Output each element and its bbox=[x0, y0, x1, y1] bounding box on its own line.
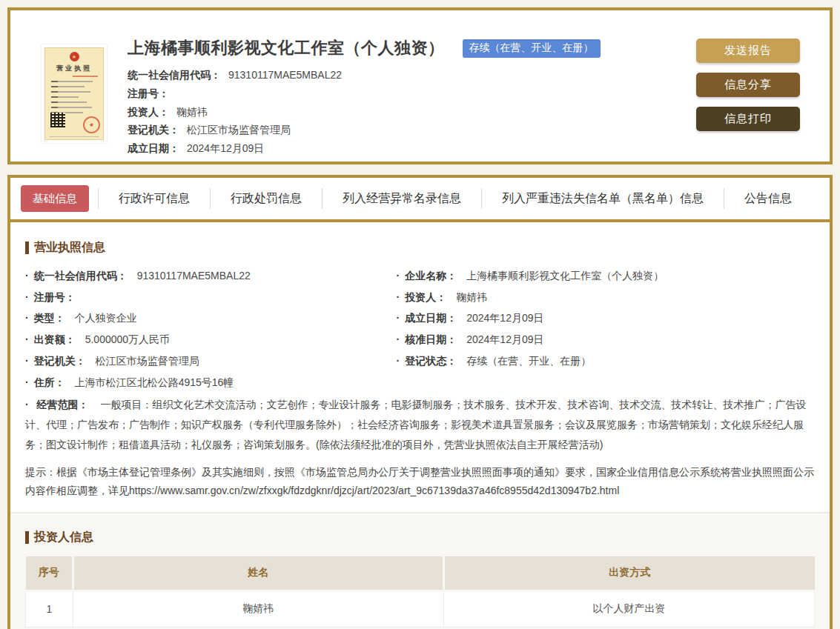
business-scope: 经营范围： 一般项目：组织文化艺术交流活动；文艺创作；专业设计服务；电影摄制服务… bbox=[25, 395, 815, 455]
table-row: 1 鞠婧祎 以个人财产出资 bbox=[26, 590, 815, 627]
notice-text: 提示：根据《市场主体登记管理条例》及其实施细则，按照《市场监管总局办公厅关于调整… bbox=[25, 463, 815, 500]
license-field: 出资额： 5.000000万人民币 bbox=[25, 329, 397, 350]
field-label: 类型： bbox=[34, 307, 65, 329]
field-label: 注册号： bbox=[34, 287, 76, 308]
license-fields-right: 企业名称： 上海橘事顺利影视文化工作室（个人独资） 投资人： 鞠婧祎 成立日期：… bbox=[397, 265, 792, 393]
table-header-cell: 姓名 bbox=[73, 556, 443, 590]
field-label: 注册号： bbox=[128, 84, 169, 103]
license-fields-grid: 统一社会信用代码： 91310117MAE5MBAL22 注册号： 类型： 个人… bbox=[25, 265, 815, 393]
header-field: 登记机关： 松江区市场监督管理局 bbox=[128, 121, 675, 139]
license-footer-line bbox=[50, 136, 99, 137]
field-value: 上海橘事顺利影视文化工作室（个人独资） bbox=[466, 265, 664, 287]
tab-item[interactable]: 公告信息 bbox=[724, 188, 812, 209]
header-field-list: 统一社会信用代码： 91310117MAE5MBAL22 注册号： 投资人： 鞠… bbox=[128, 66, 675, 158]
field-value: 2024年12月09日 bbox=[187, 139, 264, 158]
field-label: 统一社会信用代码： bbox=[34, 265, 128, 287]
table-header-row: 序号 姓名 出资方式 bbox=[26, 556, 815, 590]
company-header-card: 营业执照 上海橘事顺利影视文化工作室（个人独资） 存续（在营、开业、在册） 统一… bbox=[7, 7, 833, 164]
field-label: 投资人： bbox=[128, 103, 169, 122]
field-label: 住所： bbox=[34, 372, 65, 393]
license-fields-left: 统一社会信用代码： 91310117MAE5MBAL22 注册号： 类型： 个人… bbox=[25, 265, 397, 393]
license-field: 投资人： 鞠婧祎 bbox=[397, 287, 792, 308]
license-field: 类型： 个人独资企业 bbox=[25, 307, 397, 329]
field-label: 登记状态： bbox=[405, 350, 457, 372]
cell-index: 1 bbox=[26, 590, 73, 627]
field-label: 登记机关： bbox=[34, 350, 86, 372]
license-certificate: 营业执照 bbox=[44, 47, 104, 140]
field-value: 5.000000万人民币 bbox=[85, 329, 170, 350]
license-field: 企业名称： 上海橘事顺利影视文化工作室（个人独资） bbox=[397, 265, 792, 287]
company-info: 上海橘事顺利影视文化工作室（个人独资） 存续（在营、开业、在册） 统一社会信用代… bbox=[128, 36, 675, 147]
section-marker bbox=[25, 531, 29, 544]
field-value: 松江区市场监督管理局 bbox=[96, 350, 199, 372]
tab-item[interactable]: 列入经营异常名录信息 bbox=[322, 188, 481, 209]
license-field: 住所： 上海市松江区北松公路4915号16幢 bbox=[25, 372, 397, 393]
company-name: 上海橘事顺利影视文化工作室（个人独资） bbox=[128, 37, 445, 59]
tab-item[interactable]: 基础信息 bbox=[21, 185, 89, 212]
field-label: 登记机关： bbox=[128, 121, 179, 139]
license-field: 成立日期： 2024年12月09日 bbox=[397, 307, 792, 329]
table-header-cell: 序号 bbox=[26, 556, 73, 590]
field-value: 鞠婧祎 bbox=[176, 103, 208, 122]
field-label: 企业名称： bbox=[405, 265, 457, 287]
header-field: 注册号： bbox=[128, 84, 675, 103]
section-title-investor: 投资人信息 bbox=[25, 530, 815, 545]
license-field: 登记状态： 存续（在营、开业、在册） bbox=[397, 350, 792, 372]
field-value: 一般项目：组织文化艺术交流活动；文艺创作；专业设计服务；电影摄制服务；技术服务、… bbox=[25, 399, 806, 450]
section-title-license: 营业执照信息 bbox=[25, 240, 815, 256]
field-value: 2024年12月09日 bbox=[466, 329, 543, 350]
red-seal-icon bbox=[82, 115, 102, 135]
field-value: 存续（在营、开业、在册） bbox=[466, 350, 591, 372]
field-value: 松江区市场监督管理局 bbox=[187, 121, 291, 139]
field-value: 2024年12月09日 bbox=[466, 307, 543, 329]
investor-table: 序号 姓名 出资方式 1 鞠婧祎 以个人财产出资 bbox=[25, 556, 815, 628]
tab-item[interactable]: 行政许可信息 bbox=[98, 188, 210, 209]
field-label: 成立日期： bbox=[405, 307, 457, 329]
qr-code bbox=[50, 113, 65, 127]
license-title: 营业执照 bbox=[56, 64, 92, 73]
action-button[interactable]: 信息分享 bbox=[696, 73, 800, 97]
license-field: 核准日期： 2024年12月09日 bbox=[397, 329, 792, 350]
section-marker bbox=[25, 242, 29, 254]
field-label: 经营范围： bbox=[37, 399, 89, 410]
investor-info-section: 投资人信息 序号 姓名 出资方式 1 bbox=[10, 513, 830, 629]
business-license-image[interactable]: 营业执照 bbox=[42, 44, 107, 143]
field-value: 91310117MAE5MBAL22 bbox=[137, 265, 251, 287]
license-subtitle-line bbox=[73, 76, 98, 77]
license-field: 登记机关： 松江区市场监督管理局 bbox=[25, 350, 397, 372]
national-emblem-icon bbox=[70, 52, 79, 61]
status-badge: 存续（在营、开业、在册） bbox=[463, 39, 601, 58]
tab-bar: 基础信息 行政许可信息 行政处罚信息 列入经营异常名录信息 列入严重违法失信名单… bbox=[10, 178, 830, 222]
field-label: 出资额： bbox=[34, 329, 76, 350]
field-label: 成立日期： bbox=[128, 139, 179, 158]
field-value: 91310117MAE5MBAL22 bbox=[228, 66, 342, 84]
field-label: 统一社会信用代码： bbox=[128, 66, 221, 84]
field-value: 上海市松江区北松公路4915号16幢 bbox=[75, 372, 234, 393]
header-field: 成立日期： 2024年12月09日 bbox=[128, 139, 675, 158]
license-field: 注册号： bbox=[25, 287, 397, 308]
field-value: 个人独资企业 bbox=[75, 307, 137, 329]
table-body: 1 鞠婧祎 以个人财产出资 bbox=[26, 590, 815, 627]
header-field: 统一社会信用代码： 91310117MAE5MBAL22 bbox=[128, 66, 675, 84]
action-buttons: 发送报告 信息分享 信息打印 bbox=[696, 36, 800, 147]
header-field: 投资人： 鞠婧祎 bbox=[128, 103, 675, 122]
field-label: 核准日期： bbox=[405, 329, 457, 350]
table-header-cell: 出资方式 bbox=[443, 556, 814, 590]
action-button[interactable]: 发送报告 bbox=[696, 39, 800, 63]
cell-way: 以个人财产出资 bbox=[443, 590, 814, 627]
tab-item[interactable]: 列入严重违法失信名单（黑名单）信息 bbox=[481, 188, 724, 209]
main-card: 基础信息 行政许可信息 行政处罚信息 列入经营异常名录信息 列入严重违法失信名单… bbox=[7, 175, 833, 629]
license-field: 统一社会信用代码： 91310117MAE5MBAL22 bbox=[25, 265, 397, 287]
field-value: 鞠婧祎 bbox=[456, 287, 487, 308]
cell-name: 鞠婧祎 bbox=[73, 590, 443, 627]
tab-item[interactable]: 行政处罚信息 bbox=[210, 188, 322, 209]
license-text-lines bbox=[45, 81, 103, 117]
field-label: 投资人： bbox=[405, 287, 446, 308]
license-info-section: 营业执照信息 统一社会信用代码： 91310117MAE5MBAL22 注册号： bbox=[10, 222, 830, 513]
action-button[interactable]: 信息打印 bbox=[696, 107, 800, 131]
